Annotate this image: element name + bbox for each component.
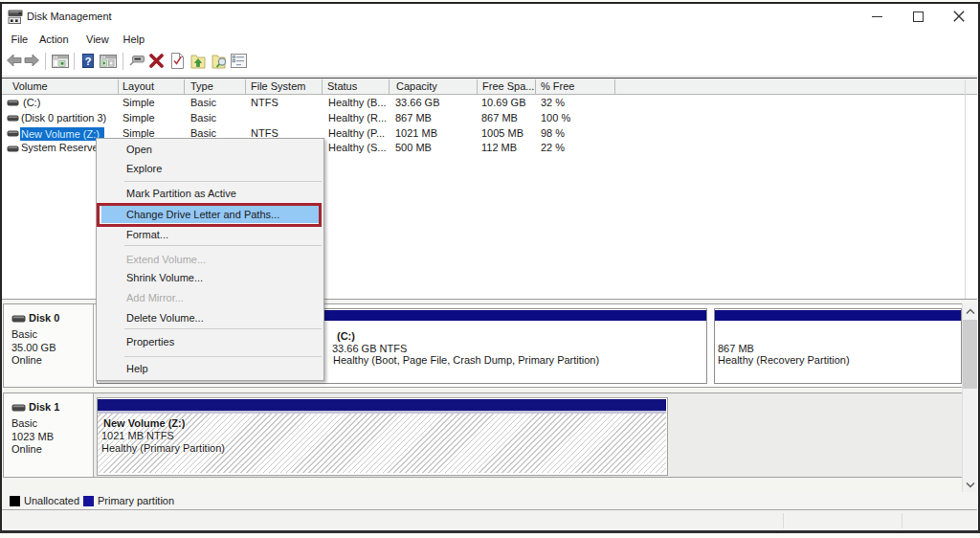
svg-text:?: ? [85, 56, 92, 67]
